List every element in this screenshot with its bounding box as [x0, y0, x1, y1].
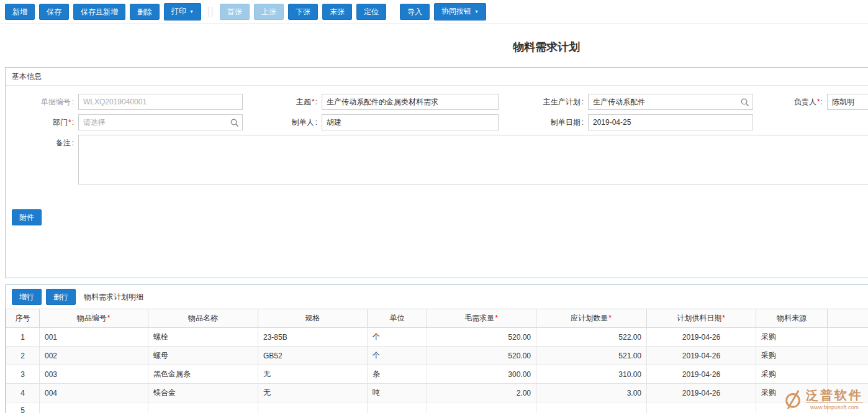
- table-cell[interactable]: GB52: [258, 347, 368, 365]
- table-cell[interactable]: 采购: [756, 384, 828, 402]
- filler-cell: [828, 347, 868, 365]
- toolbar-button-delete[interactable]: 删除: [130, 4, 160, 20]
- table-cell[interactable]: 520.00: [427, 328, 536, 347]
- table-row: 1001螺栓23-85B个520.00522.002019-04-26采购: [6, 328, 868, 347]
- detail-panel: 增行 删行 物料需求计划明细 序号物品编号*物品名称规格单位毛需求量*应计划数量…: [5, 284, 868, 413]
- table-cell[interactable]: 2019-04-26: [647, 365, 756, 384]
- table-cell[interactable]: 采购: [756, 347, 828, 365]
- table-cell[interactable]: 23-85B: [258, 328, 368, 347]
- toolbar-button-next[interactable]: 下张: [288, 4, 318, 20]
- column-header: 物品名称: [148, 309, 258, 328]
- delete-row-button[interactable]: 删行: [46, 289, 76, 305]
- department-input[interactable]: [78, 114, 243, 130]
- page-title: 物料需求计划: [0, 40, 868, 55]
- filler-cell: [828, 328, 868, 347]
- column-header: 应计划数量*: [536, 309, 647, 328]
- filler-cell: [828, 384, 868, 402]
- owner-input[interactable]: [827, 94, 868, 110]
- table-cell[interactable]: 3.00: [536, 384, 647, 402]
- table-cell[interactable]: 2019-04-26: [647, 384, 756, 402]
- table-cell[interactable]: 001: [40, 328, 148, 347]
- master-plan-label: 主生产计划:: [499, 94, 588, 110]
- toolbar-button-first[interactable]: 首张: [220, 4, 250, 20]
- attachment-row: 附件: [12, 209, 868, 225]
- table-cell[interactable]: 无: [258, 365, 368, 384]
- owner-field: 负责人*:: [753, 94, 868, 110]
- table-cell[interactable]: 采购: [756, 328, 828, 347]
- creator-label: 制单人:: [243, 114, 322, 130]
- table-cell[interactable]: 2019-04-26: [647, 328, 756, 347]
- detail-toolbar: 增行 删行 物料需求计划明细: [6, 285, 868, 309]
- attachment-button[interactable]: 附件: [12, 209, 42, 225]
- table-cell[interactable]: 002: [40, 347, 148, 365]
- add-row-button[interactable]: 增行: [12, 289, 42, 305]
- search-icon[interactable]: [230, 118, 239, 127]
- table-cell[interactable]: [258, 402, 368, 413]
- table-cell[interactable]: 黑色金属条: [148, 365, 258, 384]
- table-cell[interactable]: [427, 402, 536, 413]
- toolbar-button-prev[interactable]: 上张: [254, 4, 284, 20]
- toolbar-button-collab[interactable]: 协同按钮▼: [434, 3, 486, 20]
- toolbar: 新增保存保存且新增删除打印▼首张上张下张末张定位导入协同按钮▼: [0, 0, 868, 24]
- column-header: 物品编号*: [40, 309, 148, 328]
- create-date-input[interactable]: [588, 114, 753, 130]
- table-cell[interactable]: [368, 402, 427, 413]
- toolbar-button-save[interactable]: 保存: [39, 4, 69, 20]
- material-requirements-page: 新增保存保存且新增删除打印▼首张上张下张末张定位导入协同按钮▼ 物料需求计划 基…: [0, 0, 868, 413]
- filler-column-header: [828, 309, 868, 328]
- subject-field: 主题*:: [243, 94, 499, 110]
- column-header: 物料来源: [756, 309, 828, 328]
- table-cell[interactable]: 004: [40, 384, 148, 402]
- subject-input[interactable]: [322, 94, 499, 110]
- row-index-cell: 4: [6, 384, 40, 402]
- caret-down-icon: ▼: [189, 9, 194, 14]
- basic-info-header: 基本信息: [6, 68, 868, 86]
- table-cell[interactable]: [40, 402, 148, 413]
- creator-input[interactable]: [322, 114, 499, 130]
- toolbar-button-new[interactable]: 新增: [5, 4, 35, 20]
- table-row: 4004镁合金无吨2.003.002019-04-26采购: [6, 384, 868, 402]
- table-cell[interactable]: 2.00: [427, 384, 536, 402]
- table-cell[interactable]: 螺栓: [148, 328, 258, 347]
- toolbar-button-import[interactable]: 导入: [400, 4, 430, 20]
- table-cell[interactable]: 520.00: [427, 347, 536, 365]
- department-field: 部门*:: [6, 114, 243, 130]
- table-row: 5: [6, 402, 868, 413]
- table-cell[interactable]: 521.00: [536, 347, 647, 365]
- table-cell[interactable]: [536, 402, 647, 413]
- table-cell[interactable]: [756, 402, 828, 413]
- table-cell[interactable]: 螺母: [148, 347, 258, 365]
- basic-info-form: 单据编号: 主题*: 主生产计划: 负责人*:: [6, 86, 868, 184]
- table-cell[interactable]: [647, 402, 756, 413]
- master-plan-input[interactable]: [588, 94, 753, 110]
- toolbar-button-save-and-new[interactable]: 保存且新增: [73, 4, 125, 20]
- table-cell[interactable]: 2019-04-26: [647, 347, 756, 365]
- form-row-3: 备注:: [6, 135, 868, 184]
- search-icon[interactable]: [740, 98, 749, 107]
- table-cell[interactable]: 采购: [756, 365, 828, 384]
- table-cell[interactable]: 无: [258, 384, 368, 402]
- table-cell[interactable]: 300.00: [427, 365, 536, 384]
- column-header: 序号: [6, 309, 40, 328]
- toolbar-button-last[interactable]: 末张: [322, 4, 352, 20]
- column-header: 计划供料日期*: [647, 309, 756, 328]
- table-cell[interactable]: 镁合金: [148, 384, 258, 402]
- form-row-1: 单据编号: 主题*: 主生产计划: 负责人*:: [6, 94, 868, 110]
- table-cell[interactable]: 条: [368, 365, 427, 384]
- detail-table: 序号物品编号*物品名称规格单位毛需求量*应计划数量*计划供料日期*物料来源 10…: [6, 309, 868, 413]
- table-cell[interactable]: 个: [368, 328, 427, 347]
- filler-cell: [828, 365, 868, 384]
- table-row: 2002螺母GB52个520.00521.002019-04-26采购: [6, 347, 868, 365]
- subject-label: 主题*:: [243, 94, 322, 110]
- remark-field: 备注:: [6, 135, 868, 184]
- remark-textarea[interactable]: [78, 135, 868, 184]
- table-cell[interactable]: 个: [368, 347, 427, 365]
- toolbar-button-print[interactable]: 打印▼: [164, 3, 201, 20]
- row-index-cell: 3: [6, 365, 40, 384]
- table-cell[interactable]: 310.00: [536, 365, 647, 384]
- table-cell[interactable]: 吨: [368, 384, 427, 402]
- table-cell[interactable]: [148, 402, 258, 413]
- table-cell[interactable]: 003: [40, 365, 148, 384]
- toolbar-button-locate[interactable]: 定位: [356, 4, 386, 20]
- table-cell[interactable]: 522.00: [536, 328, 647, 347]
